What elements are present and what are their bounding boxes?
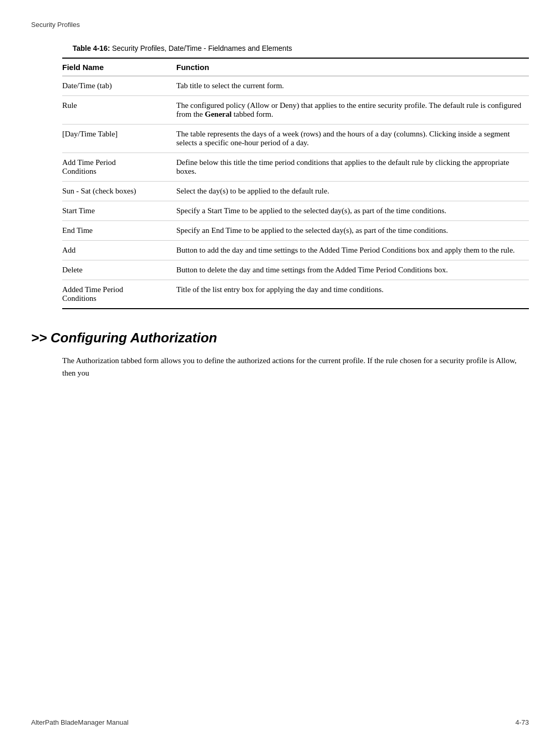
- footer-left: AlterPath BladeManager Manual: [31, 718, 129, 726]
- table-caption-text: Security Profiles, Date/Time - Fieldname…: [110, 44, 292, 52]
- col-header-field: Field Name: [62, 58, 176, 76]
- table-row: Delete Button to delete the day and time…: [62, 260, 529, 280]
- table-row: Start Time Specify a Start Time to be ap…: [62, 201, 529, 221]
- function-cell: Tab title to select the current form.: [176, 76, 529, 96]
- table-caption: Table 4-16: Security Profiles, Date/Time…: [73, 44, 529, 52]
- table-header-row: Field Name Function: [62, 58, 529, 76]
- section-intro: The Authorization tabbed form allows you…: [62, 354, 519, 379]
- function-cell: Select the day(s) to be applied to the d…: [176, 182, 529, 201]
- table-row: End Time Specify an End Time to be appli…: [62, 221, 529, 241]
- field-name-cell: Add: [62, 241, 176, 260]
- field-name-cell: Delete: [62, 260, 176, 280]
- field-name-cell: Sun - Sat (check boxes): [62, 182, 176, 201]
- field-name-cell: Rule: [62, 96, 176, 125]
- table-row: Added Time PeriodConditions Title of the…: [62, 280, 529, 309]
- page-footer: AlterPath BladeManager Manual 4-73: [31, 718, 529, 726]
- function-cell: Specify an End Time to be applied to the…: [176, 221, 529, 241]
- field-table: Field Name Function Date/Time (tab) Tab …: [62, 58, 529, 309]
- field-name-cell: [Day/Time Table]: [62, 125, 176, 153]
- col-header-function: Function: [176, 58, 529, 76]
- field-name-cell: Start Time: [62, 201, 176, 221]
- function-cell: The table represents the days of a week …: [176, 125, 529, 153]
- function-cell: Title of the list entry box for applying…: [176, 280, 529, 309]
- table-row: Sun - Sat (check boxes) Select the day(s…: [62, 182, 529, 201]
- table-row: [Day/Time Table] The table represents th…: [62, 125, 529, 153]
- table-row: Rule The configured policy (Allow or Den…: [62, 96, 529, 125]
- table-row: Add Button to add the day and time setti…: [62, 241, 529, 260]
- field-name-cell: End Time: [62, 221, 176, 241]
- footer-right: 4-73: [515, 718, 529, 726]
- function-cell: Button to add the day and time settings …: [176, 241, 529, 260]
- breadcrumb: Security Profiles: [31, 21, 529, 29]
- field-name-cell: Add Time PeriodConditions: [62, 153, 176, 182]
- field-name-cell: Added Time PeriodConditions: [62, 280, 176, 309]
- table-row: Add Time PeriodConditions Define below t…: [62, 153, 529, 182]
- table-row: Date/Time (tab) Tab title to select the …: [62, 76, 529, 96]
- section-heading-text: >> Configuring Authorization: [31, 330, 217, 345]
- function-cell: The configured policy (Allow or Deny) th…: [176, 96, 529, 125]
- field-name-cell: Date/Time (tab): [62, 76, 176, 96]
- function-cell: Button to delete the day and time settin…: [176, 260, 529, 280]
- table-caption-bold: Table 4-16:: [73, 44, 110, 52]
- function-cell: Specify a Start Time to be applied to th…: [176, 201, 529, 221]
- function-cell: Define below this title the time period …: [176, 153, 529, 182]
- section-heading: >> Configuring Authorization: [31, 330, 529, 346]
